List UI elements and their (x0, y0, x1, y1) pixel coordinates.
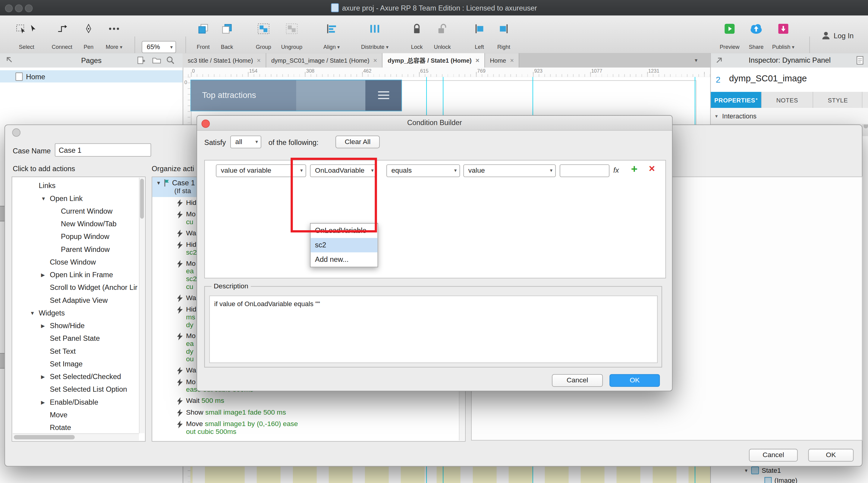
ungroup-button[interactable]: Ungroup (277, 21, 307, 50)
add-folder-icon[interactable] (152, 56, 161, 65)
action-type-item[interactable]: Rotate (12, 421, 145, 434)
tab-close-icon[interactable] (475, 56, 479, 64)
tab-properties[interactable]: PROPERTIES* (711, 92, 762, 108)
group-button[interactable]: Group (251, 21, 276, 50)
lock-button[interactable]: Lock (405, 21, 429, 50)
clear-all-button[interactable]: Clear All (336, 136, 380, 148)
tab-style[interactable]: STYLE (813, 92, 862, 108)
align-button[interactable]: Align ▾ (318, 21, 345, 50)
tab-overflow-icon[interactable]: ▾ (695, 57, 858, 63)
action-type-item[interactable]: Close Window (12, 256, 145, 268)
expand-arrow[interactable]: ▶ (41, 374, 50, 379)
action-type-item[interactable]: ▶ Show/Hide (12, 319, 145, 332)
scrollbar-thumb[interactable] (140, 179, 144, 219)
preview-button[interactable]: Preview (716, 21, 743, 50)
action-type-item[interactable]: ▼ Open Link (12, 192, 145, 204)
action-type-item[interactable]: ▶ Open Link in Frame (12, 268, 145, 281)
action-type-item[interactable]: Parent Window (12, 243, 145, 256)
login-button[interactable]: Log In (814, 21, 861, 50)
tab-close-icon[interactable] (257, 56, 261, 64)
action-type-item[interactable]: Set Text (12, 345, 145, 357)
tab-notes[interactable]: NOTES (762, 92, 813, 108)
expand-arrow[interactable]: ▶ (41, 399, 50, 405)
add-condition-icon[interactable]: + (631, 163, 638, 175)
unlock-button[interactable]: Unlock (430, 21, 455, 50)
tree-item-image[interactable]: (Image) (711, 476, 868, 483)
document-tab[interactable]: dymp_SC01_image / State1 (Home) (266, 53, 382, 67)
add-page-icon[interactable] (137, 56, 146, 65)
distribute-button[interactable]: Distribute ▾ (358, 21, 391, 50)
action-type-item[interactable]: Current Window (12, 205, 145, 218)
operator-select[interactable]: equals (386, 164, 460, 177)
action-type-item[interactable]: Set Panel State (12, 332, 145, 345)
action-type-item[interactable]: Scroll to Widget (Anchor Lir (12, 281, 145, 294)
action-type-item[interactable]: ▶ Set Selected/Checked (12, 370, 145, 383)
select-tool-button[interactable]: Select (4, 21, 49, 50)
action-type-item[interactable]: ▼ Widgets (12, 307, 145, 319)
document-tab[interactable]: dymp_总容器 / State1 (Home) (383, 53, 485, 67)
search-icon[interactable] (166, 56, 175, 65)
action-row[interactable]: Wait 500 ms (152, 395, 465, 407)
share-button[interactable]: Share (744, 21, 769, 50)
action-type-item[interactable]: ▶ Enable/Disable (12, 396, 145, 408)
vertical-scrollbar[interactable] (139, 178, 144, 433)
action-type-label: Scroll to Widget (Anchor Lir (50, 283, 137, 292)
tab-close-icon[interactable] (373, 56, 377, 64)
expand-arrow[interactable]: ▼ (156, 180, 161, 186)
action-type-label: Set Image (50, 360, 83, 368)
scrollbar-thumb[interactable] (14, 435, 75, 440)
horizontal-scrollbar[interactable] (13, 433, 139, 441)
dialog-close-button[interactable] (12, 128, 21, 137)
align-right-icon (499, 24, 509, 34)
variable-option[interactable]: sc2 (310, 238, 377, 253)
condition-value-input[interactable] (560, 164, 610, 177)
align-left-button[interactable]: Left (467, 21, 492, 50)
action-type-item[interactable]: Set Adaptive View (12, 294, 145, 307)
zoom-select[interactable]: 65% (142, 41, 176, 53)
widget-name-field[interactable]: dymp_SC01_image (729, 73, 807, 84)
page-label: Home (26, 72, 45, 81)
expand-arrow[interactable]: ▼ (41, 196, 50, 201)
action-row[interactable]: Show small image1 fade 500 ms (152, 407, 465, 419)
interactions-section[interactable]: ▾ Interactions (711, 108, 868, 124)
bring-front-button[interactable]: Front (191, 21, 216, 50)
document-tab[interactable]: Home (485, 53, 520, 67)
window-minimize-button[interactable] (15, 4, 23, 12)
expand-arrow[interactable]: ▶ (41, 272, 50, 278)
action-type-item[interactable]: Move (12, 409, 145, 421)
remove-condition-icon[interactable]: × (649, 163, 655, 175)
preview-icon (724, 23, 735, 34)
window-close-button[interactable] (5, 4, 13, 12)
action-type-item[interactable]: Set Selected List Option (12, 383, 145, 396)
align-right-button[interactable]: Right (492, 21, 516, 50)
action-type-item[interactable]: Popup Window (12, 230, 145, 243)
header-image-widget[interactable]: Top attractions (191, 80, 401, 110)
connect-tool-button[interactable]: Connect (50, 21, 74, 50)
expand-arrow[interactable]: ▶ (41, 323, 50, 328)
publish-button[interactable]: Publish ▾ (770, 21, 797, 50)
action-type-item[interactable]: New Window/Tab (12, 218, 145, 230)
ruler-tick-label: 769 (477, 68, 486, 73)
variable-option[interactable]: Add new... (310, 253, 377, 267)
condition-cancel-button[interactable]: Cancel (552, 374, 603, 387)
case-editor-ok-button[interactable]: OK (808, 449, 854, 461)
tab-close-icon[interactable] (510, 56, 514, 64)
window-zoom-button[interactable] (25, 4, 33, 12)
page-item-home[interactable]: Home (0, 70, 183, 82)
pen-tool-button[interactable]: Pen (76, 21, 101, 50)
expand-arrow[interactable]: ▼ (30, 310, 38, 316)
expand-arrow[interactable]: ▼ (744, 468, 749, 473)
case-name-input[interactable] (55, 143, 151, 157)
document-tab[interactable]: sc3 title / State1 (Home) (183, 53, 266, 67)
case-editor-cancel-button[interactable]: Cancel (749, 449, 798, 461)
fx-button[interactable]: fx (613, 166, 619, 174)
action-type-item[interactable]: Links (12, 179, 145, 192)
send-back-button[interactable]: Back (215, 21, 239, 50)
action-type-item[interactable]: Set Image (12, 358, 145, 370)
tree-item-state1[interactable]: ▼ State1 (711, 465, 868, 476)
more-tools-button[interactable]: More ▾ (102, 21, 126, 50)
satisfy-select[interactable]: all (230, 136, 261, 148)
value-type-select[interactable]: value (463, 164, 556, 177)
condition-ok-button[interactable]: OK (610, 374, 660, 387)
action-row[interactable]: Move small image1 by (0,-160) easeout cu… (152, 419, 465, 437)
